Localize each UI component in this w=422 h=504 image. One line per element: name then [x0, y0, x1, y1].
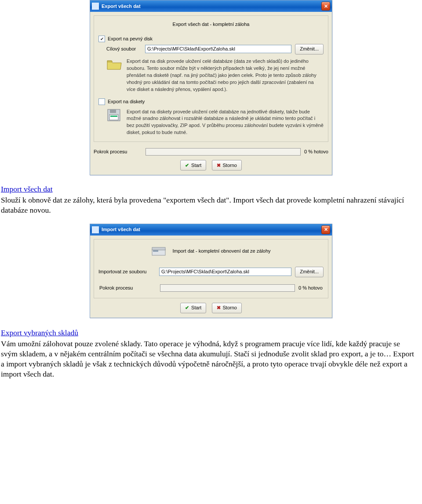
x-icon: ✖ — [217, 305, 221, 311]
svg-rect-2 — [109, 115, 118, 120]
progress-pct: 0 % hotovo — [304, 149, 328, 155]
svg-rect-3 — [110, 116, 117, 117]
check-icon: ✔ — [185, 305, 189, 311]
export-dialog: Export všech dat ✕ Export všech dat - ko… — [90, 0, 332, 175]
cancel-button[interactable]: ✖Storno — [212, 303, 242, 313]
svg-rect-1 — [110, 109, 116, 113]
cancel-button[interactable]: ✖Storno — [212, 160, 242, 170]
start-button[interactable]: ✔Start — [180, 160, 206, 170]
import-link[interactable]: Import všech dat — [1, 184, 53, 194]
export-heading: Export všech dat - kompletní záloha — [98, 19, 324, 32]
close-icon[interactable]: ✕ — [321, 225, 330, 234]
folder-icon — [106, 58, 122, 71]
change-button[interactable]: Změnit... — [295, 267, 324, 277]
export-selected-link[interactable]: Export vybraných skladů — [1, 328, 78, 338]
x-icon: ✖ — [217, 162, 221, 169]
import-title: Import všech dat — [102, 226, 140, 233]
export-floppy-label: Export na diskety — [108, 98, 145, 105]
import-dialog: Import všech dat ✕ Import dat - kompletn… — [90, 224, 332, 318]
check-icon: ✔ — [185, 162, 189, 169]
drive-icon — [151, 246, 166, 257]
start-button[interactable]: ✔Start — [180, 303, 206, 313]
app-icon — [92, 226, 99, 233]
export-title: Export všech dat — [102, 3, 141, 10]
from-file-input[interactable]: G:\Projects\MFC\Sklad\Export\Zaloha.skl — [159, 268, 291, 276]
export-selected-para: Vám umožní zálohovat pouze zvolené sklad… — [1, 339, 417, 379]
close-icon[interactable]: ✕ — [321, 2, 330, 11]
export-titlebar: Export všech dat ✕ — [90, 0, 332, 12]
export-disk-checkbox[interactable]: ✔ — [98, 36, 105, 42]
progress-bar — [160, 284, 295, 292]
disk-desc: Export dat na disk provede uložení celé … — [127, 58, 324, 93]
change-button[interactable]: Změnit... — [295, 44, 324, 54]
target-file-input[interactable]: G:\Projects\MFC\Sklad\Export\Zaloha.skl — [145, 45, 291, 53]
export-floppy-checkbox[interactable] — [98, 98, 105, 105]
progress-label: Pokrok procesu — [94, 149, 142, 155]
app-icon — [92, 3, 99, 10]
progress-pct: 0 % hotovo — [298, 285, 323, 291]
svg-rect-6 — [152, 247, 165, 250]
progress-bar — [146, 148, 301, 156]
from-file-label: Importovat ze souboru — [98, 268, 156, 275]
floppy-desc: Export dat na diskety provede uložení ce… — [127, 109, 324, 137]
svg-rect-5 — [153, 250, 158, 252]
import-para: Slouží k obnově dat ze zálohy, která byl… — [1, 195, 417, 215]
export-disk-label: Export na pevný disk — [108, 36, 153, 42]
import-titlebar: Import všech dat ✕ — [90, 224, 332, 236]
progress-label: Pokrok procesu — [99, 285, 156, 291]
floppy-icon — [106, 109, 122, 122]
target-file-label: Cílový soubor — [106, 46, 142, 52]
import-heading: Import dat - kompletní obnovení dat ze z… — [172, 248, 270, 254]
